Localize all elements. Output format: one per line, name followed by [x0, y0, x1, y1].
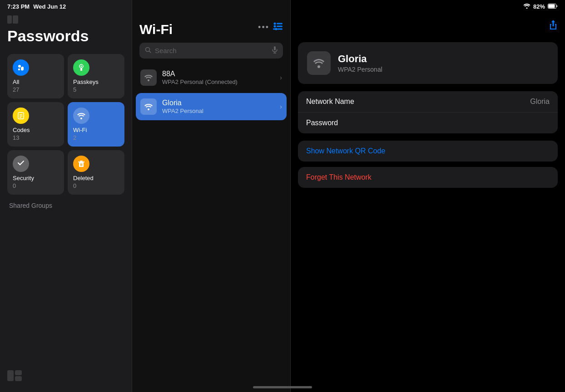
all-label: All	[13, 78, 59, 85]
codes-count: 13	[13, 134, 59, 141]
network-name-gloria: Gloria	[162, 99, 274, 107]
network-chevron-gloria: ›	[280, 103, 282, 110]
show-qr-button[interactable]: Show Network QR Code	[298, 141, 558, 162]
svg-point-14	[80, 118, 82, 119]
deleted-count: 0	[73, 182, 119, 189]
svg-rect-22	[15, 376, 22, 381]
svg-rect-3	[7, 15, 12, 24]
network-wifi-icon-gloria	[140, 98, 157, 115]
network-name-label: Network Name	[306, 98, 354, 106]
svg-point-23	[274, 23, 276, 25]
svg-point-8	[81, 66, 82, 67]
network-chevron-88a: ›	[280, 74, 282, 81]
shared-groups-label: Shared Groups	[7, 202, 124, 209]
category-codes[interactable]: Codes 13	[7, 102, 64, 147]
sidebar-bottom-button[interactable]	[7, 370, 22, 383]
detail-top-bar	[298, 20, 558, 33]
network-name-row: Network Name Gloria	[298, 91, 558, 113]
status-date: Wed Jun 12	[33, 3, 66, 10]
password-label: Password	[306, 119, 338, 127]
category-wifi[interactable]: Wi-Fi 2	[68, 102, 124, 147]
search-input[interactable]	[155, 47, 268, 54]
svg-rect-17	[82, 163, 83, 166]
home-indicator	[253, 386, 312, 388]
detail-network-name: Gloria	[338, 53, 382, 65]
show-qr-section: Show Network QR Code	[298, 141, 558, 162]
header-icons: •••	[258, 22, 283, 33]
wifi-label: Wi-Fi	[73, 127, 119, 133]
security-count: 0	[13, 182, 59, 189]
passkeys-label: Passkeys	[73, 78, 119, 85]
svg-rect-16	[80, 163, 81, 166]
network-item-gloria[interactable]: Gloria WPA2 Personal ›	[136, 93, 287, 120]
category-security[interactable]: Security 0	[7, 150, 64, 195]
codes-icon	[13, 108, 29, 124]
svg-rect-21	[15, 370, 22, 375]
svg-rect-12	[20, 116, 22, 117]
middle-panel-title: Wi-Fi	[139, 22, 173, 37]
codes-label: Codes	[13, 127, 59, 133]
svg-rect-4	[13, 15, 18, 24]
search-icon	[145, 47, 151, 54]
security-label: Security	[13, 175, 59, 181]
password-row[interactable]: Password	[298, 113, 558, 133]
middle-panel: Wi-Fi •••	[132, 0, 291, 392]
passkeys-count: 5	[73, 86, 119, 93]
detail-network-subtitle: WPA2 Personal	[338, 66, 382, 73]
svg-rect-6	[18, 69, 20, 70]
more-options-icon[interactable]: •••	[258, 23, 269, 32]
svg-rect-19	[80, 161, 83, 162]
svg-rect-20	[7, 370, 14, 381]
network-wifi-icon-88a	[140, 69, 157, 86]
forget-network-button[interactable]: Forget This Network	[298, 167, 558, 188]
svg-rect-32	[274, 46, 276, 50]
all-icon	[13, 59, 29, 76]
status-bar: 7:23 PM Wed Jun 12 82%	[0, 0, 565, 13]
network-sub-gloria: WPA2 Personal	[162, 108, 274, 114]
svg-rect-2	[549, 4, 555, 8]
sidebar-toggle-button[interactable]	[7, 15, 18, 25]
filter-icon[interactable]	[273, 22, 283, 33]
network-list: 88A WPA2 Personal (Connected) › Gloria W…	[132, 64, 290, 120]
sidebar-title: Passwords	[7, 27, 124, 45]
status-time: 7:23 PM	[7, 3, 30, 10]
svg-point-29	[275, 28, 278, 30]
svg-point-24	[274, 25, 276, 28]
network-sub-88a: WPA2 Personal (Connected)	[162, 78, 274, 85]
svg-rect-28	[277, 29, 282, 30]
battery-percentage: 82%	[533, 3, 545, 10]
wifi-count: 2	[73, 134, 119, 141]
svg-rect-26	[277, 26, 282, 27]
detail-wifi-icon	[307, 51, 331, 75]
deleted-icon	[73, 156, 89, 172]
svg-rect-13	[20, 117, 21, 118]
svg-point-5	[18, 65, 21, 68]
status-right-icons: 82%	[523, 3, 558, 10]
detail-panel: Gloria WPA2 Personal Network Name Gloria…	[291, 0, 565, 392]
wifi-status-icon	[523, 3, 530, 10]
svg-rect-9	[80, 68, 82, 71]
search-bar[interactable]	[139, 43, 283, 59]
sidebar: Passwords All 27 Passke	[0, 0, 132, 392]
info-section: Network Name Gloria Password	[298, 91, 558, 133]
category-grid-2: Security 0 Deleted 0	[7, 150, 124, 195]
mic-icon[interactable]	[272, 46, 278, 55]
network-detail-card: Gloria WPA2 Personal	[298, 42, 558, 84]
network-item-88a[interactable]: 88A WPA2 Personal (Connected) ›	[136, 64, 287, 91]
category-all[interactable]: All 27	[7, 54, 64, 98]
svg-line-31	[149, 51, 151, 53]
network-info-gloria: Gloria WPA2 Personal	[162, 99, 274, 114]
forget-section: Forget This Network	[298, 167, 558, 188]
category-passkeys[interactable]: Passkeys 5	[68, 54, 124, 98]
svg-rect-11	[20, 114, 22, 115]
category-deleted[interactable]: Deleted 0	[68, 150, 124, 195]
svg-point-0	[526, 7, 527, 9]
svg-rect-15	[79, 162, 84, 167]
battery-icon	[548, 3, 558, 10]
svg-point-35	[148, 79, 149, 81]
share-button[interactable]	[549, 20, 558, 33]
security-icon	[13, 156, 29, 172]
category-grid: All 27 Passkeys 5	[7, 54, 124, 147]
network-name-value: Gloria	[530, 98, 550, 106]
network-name-88a: 88A	[162, 70, 274, 78]
